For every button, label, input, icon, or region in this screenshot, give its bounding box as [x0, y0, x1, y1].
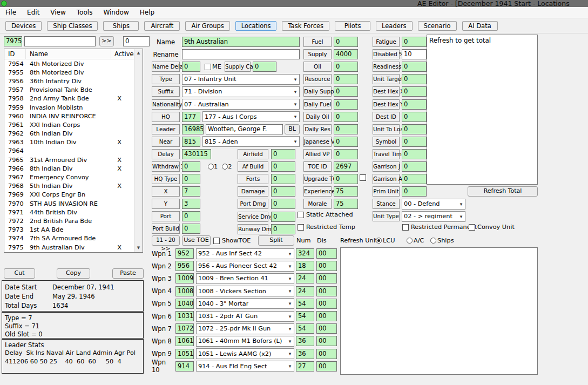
leader-id-field[interactable]: 16985 [182, 124, 204, 134]
stat-field[interactable]: 0 [271, 149, 295, 159]
ac-radio[interactable] [407, 238, 413, 244]
column-header-id[interactable]: ID [4, 49, 26, 59]
hq-dropdown[interactable]: 177 - Aus I Corps ▾ [202, 111, 300, 122]
stat-field[interactable]: 0 [334, 99, 358, 110]
list-item[interactable]: 7973 1st AA Bde [4, 226, 143, 234]
copy-button[interactable]: Copy [57, 268, 90, 279]
scroll-down-icon[interactable]: ▼ [134, 244, 143, 252]
list-scrollbar[interactable]: ▲ ▼ [134, 49, 143, 252]
convoy-unit-checkbox[interactable] [469, 224, 475, 231]
list-item[interactable]: 7968 5th Indian Div X [4, 182, 143, 191]
stat-field[interactable]: 0 [271, 199, 295, 209]
stat-field[interactable]: 75 [334, 186, 358, 197]
withdraw-radio-1[interactable] [208, 164, 214, 170]
withdraw-radio-2[interactable] [222, 164, 228, 170]
static-attached-checkbox[interactable] [298, 212, 304, 218]
unit-list[interactable]: ID Name Active 7954 4th Motorized Div 79… [4, 49, 143, 253]
weapon-num-field[interactable]: 54 [296, 323, 314, 334]
menu-item[interactable]: Window [98, 8, 134, 17]
go-button[interactable]: >> [99, 36, 114, 46]
weapon-dropdown[interactable]: 956 - Aus Pioneer Sect 42 ▾ [196, 261, 294, 272]
weapon-num-field[interactable]: 24 [296, 286, 314, 296]
weapon-id-field[interactable]: 1008 [175, 286, 194, 296]
stat-field[interactable]: 0 [271, 174, 295, 184]
list-item[interactable]: 7975 9th Australian Div X [4, 243, 143, 252]
stat-field[interactable]: 0 [334, 62, 358, 72]
stat-field[interactable]: 0 [334, 37, 358, 47]
list-item[interactable]: 7964 [4, 147, 143, 156]
weapon-num-field[interactable]: 36 [296, 336, 314, 346]
weapon-dis-field[interactable]: 00 [316, 336, 337, 346]
weapon-id-field[interactable]: 952 [175, 248, 194, 259]
stat-field[interactable]: 0 [402, 161, 427, 172]
weapon-num-field[interactable]: 18 [296, 261, 314, 271]
stat-field[interactable]: 0 [334, 112, 358, 122]
weapon-dis-field[interactable]: 00 [316, 311, 337, 321]
weapon-dropdown[interactable]: 1072 - 25-pdr Mk II Gun ▾ [196, 323, 294, 334]
delay-field[interactable]: 430115 [182, 149, 211, 159]
list-item[interactable]: 7974 7th SA Armoured Bde [4, 234, 143, 243]
scroll-up-icon[interactable]: ▲ [134, 49, 143, 57]
list-item[interactable]: 7956 36th Infantry Div [4, 77, 143, 85]
stat-field[interactable]: 0 [402, 99, 427, 110]
weapon-dis-field[interactable]: 00 [316, 349, 337, 359]
refresh-total-button[interactable]: Refresh Total [468, 186, 538, 197]
weapon-id-field[interactable]: 1061 [175, 336, 194, 346]
weapon-dropdown[interactable]: 1051 - Lewis AAMG (x2) ▾ [196, 348, 294, 359]
stat-field[interactable]: 2697 [334, 161, 358, 172]
weapon-id-field[interactable]: 1040 [175, 299, 194, 309]
weapon-dropdown[interactable]: 952 - Aus Inf Sect 42 ▾ [196, 248, 294, 259]
weapon-dis-field[interactable]: 00 [316, 299, 337, 309]
weapon-id-field[interactable]: 1072 [175, 323, 194, 334]
stat-field[interactable]: 0 [402, 74, 427, 84]
stat-field[interactable]: 0 [402, 174, 427, 184]
weapons-page-button[interactable]: 11 - 20 >> [152, 235, 180, 246]
weapon-num-field[interactable]: 24 [296, 273, 314, 283]
weapon-dis-field[interactable]: 00 [316, 361, 337, 372]
toolbar-button[interactable]: Task Forces [282, 21, 329, 31]
toolbar-button[interactable]: Air Groups [185, 21, 229, 31]
restricted-permanent-checkbox[interactable] [402, 224, 409, 231]
unit-type-dropdown[interactable]: 02 - > regiment ▾ [402, 211, 465, 222]
split-button[interactable]: Split [258, 235, 294, 246]
stat-field[interactable]: 10 [402, 49, 427, 59]
stat-field[interactable]: 0 [334, 124, 358, 134]
weapon-id-field[interactable]: 956 [175, 261, 194, 271]
stat-field[interactable]: 0 [271, 186, 295, 197]
weapon-dropdown[interactable]: 1009 - Bren Section 41 ▾ [196, 273, 294, 284]
stat-field[interactable]: 0 [271, 161, 295, 172]
list-item[interactable]: 7960 INDIA INV REINFORCE [4, 112, 143, 120]
suffix-dropdown[interactable]: 71 - Division ▾ [182, 86, 300, 97]
x-field[interactable]: 7 [182, 186, 200, 197]
weapon-dis-field[interactable]: 00 [316, 323, 337, 334]
stat-field[interactable]: 4000 [334, 49, 358, 59]
stat-field[interactable]: 0 [402, 62, 427, 72]
stat-field[interactable]: 0 [402, 149, 427, 159]
list-item[interactable]: 7970 STH AUS INVASION RE [4, 199, 143, 208]
stat-field[interactable]: 0 [334, 137, 358, 147]
list-item[interactable]: 7957 Provisional Tank Bde [4, 86, 143, 94]
weapon-id-field[interactable]: 1051 [175, 349, 194, 359]
paste-button[interactable]: Paste [112, 268, 144, 279]
weapon-num-field[interactable]: 54 [296, 299, 314, 309]
near-dropdown[interactable]: 815 - Aden ▾ [202, 136, 300, 147]
type-dropdown[interactable]: 07 - Infantry Unit ▾ [182, 74, 300, 85]
weapon-dis-field[interactable]: 00 [316, 261, 337, 271]
toolbar-button[interactable]: Ship Classes [47, 21, 98, 31]
port-build-field[interactable]: 0 [182, 224, 200, 234]
cut-button[interactable]: Cut [4, 268, 35, 279]
weapon-num-field[interactable]: 36 [296, 349, 314, 359]
port-field[interactable]: 0 [182, 211, 200, 221]
record-count-field[interactable]: 0 [123, 36, 150, 46]
list-item[interactable]: 7966 8th Indian Div X [4, 164, 143, 173]
ships-radio[interactable] [430, 238, 436, 244]
me-checkbox[interactable] [205, 64, 211, 70]
toolbar-button[interactable]: Pilots [335, 21, 370, 31]
menu-item[interactable]: Tools [71, 8, 98, 17]
weapon-id-field[interactable]: 1009 [175, 273, 194, 283]
weapon-dis-field[interactable]: 00 [316, 273, 337, 283]
weapon-dropdown[interactable]: 1061 - 40mm M1 Bofors (L) ▾ [196, 336, 294, 347]
list-item[interactable]: 7967 Emergency Convoy [4, 173, 143, 181]
weapon-dropdown[interactable]: 1040 - 3" Mortar ▾ [196, 298, 294, 309]
name-delay-field[interactable]: 0 [182, 62, 200, 72]
